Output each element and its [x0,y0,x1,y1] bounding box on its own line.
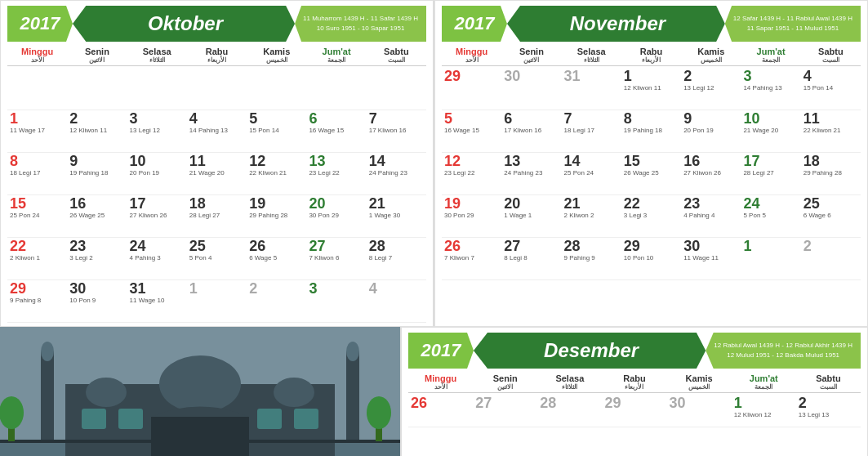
cal-cell: 16 26 Wage 25 [67,195,127,238]
cal-cell: 18 29 Pahing 28 [801,153,861,195]
cal-cell [306,68,366,110]
cal-cell: 19 29 Pahing 28 [247,195,306,238]
day-header-rabu: Rabuالأربعاء [602,372,666,392]
cal-cell: 30 10 Pon 9 [67,280,127,323]
day-header-sabtu: Sabtuالسبت [801,45,861,65]
cal-cell: 25 6 Wage 6 [801,195,861,238]
cal-cell: 29 9 Pahing 8 [7,280,67,323]
cal-cell: 2 13 Legi 12 [681,68,741,110]
mosque-photo [0,327,400,456]
day-header-kamis: Kamisالخميس [667,372,732,392]
cal-cell: 29 [602,395,666,427]
cal-cell: 11 21 Wage 20 [187,153,247,195]
cal-cell: 11 22 Kliwon 21 [801,110,861,153]
day-header-sabtu: Sabtuالسبت [796,372,861,392]
oktober-hijri: 11 Muharrom 1439 H - 11 Safar 1439 H 10 … [295,6,426,42]
cal-cell: 17 28 Legi 27 [741,153,800,195]
desember-month: Desember [474,333,706,369]
cal-cell: 15 25 Pon 24 [7,195,67,238]
cal-cell: 23 4 Pahing 4 [681,195,741,238]
cal-cell: 30 11 Wage 11 [681,238,741,280]
svg-point-19 [367,396,391,429]
november-header: 2017 November 12 Safar 1439 H - 11 Rabiu… [442,6,861,42]
svg-rect-15 [0,440,400,443]
cal-cell: 3 13 Legi 12 [127,110,187,153]
cal-cell: 28 8 Legi 7 [367,238,426,280]
desember-hijri: 12 Rabiul Awal 1439 H - 12 Rabiul Akhir … [706,333,861,369]
oktober-header: 2017 Oktober 11 Muharrom 1439 H - 11 Saf… [7,6,426,42]
cal-cell: 16 27 Kliwon 26 [681,153,741,195]
day-header-jum'at: Jum'atالجمعة [741,45,800,65]
cal-cell: 18 28 Legi 27 [187,195,247,238]
november-calendar: 2017 November 12 Safar 1439 H - 11 Rabiu… [434,0,868,327]
cal-cell: 1 12 Kliwon 11 [621,68,681,110]
desember-day-headers: MingguالأحدSeninالاثنينSelasaالثلاثاءRab… [408,372,861,393]
cal-cell: 7 17 Kliwon 16 [367,110,426,153]
cal-cell [187,68,247,110]
cal-cell: 5 16 Wage 15 [442,110,501,153]
november-day-headers: MingguالأحدSeninالاثنينSelasaالثلاثاءRab… [442,45,861,66]
desember-year: 2017 [408,333,474,369]
day-header-kamis: Kamisالخميس [681,45,741,65]
cal-cell: 27 8 Legi 8 [501,238,561,280]
svg-point-17 [0,396,24,429]
cal-cell: 1 12 Kliwon 12 [732,395,796,427]
cal-cell: 22 3 Legi 3 [621,195,681,238]
cal-cell: 1 11 Wage 17 [7,110,67,153]
svg-rect-6 [41,351,54,441]
november-grid: 29 30 31 1 12 Kliwon 11 2 13 Legi 12 [442,68,861,280]
cal-cell: 21 2 Kliwon 2 [562,195,621,238]
cal-cell: 14 24 Pahing 23 [367,153,426,195]
day-header-senin: Seninالاثنين [67,45,127,65]
day-header-kamis: Kamisالخميس [247,45,306,65]
day-header-minggu: Mingguالأحد [442,45,501,65]
cal-cell: 2 12 Kliwon 11 [67,110,127,153]
cal-cell [247,68,306,110]
cal-cell: 13 24 Pahing 23 [501,153,561,195]
cal-cell: 12 22 Kliwon 21 [247,153,306,195]
day-header-jum'at: Jum'atالجمعة [732,372,796,392]
day-header-sabtu: Sabtuالسبت [367,45,426,65]
cal-cell: 29 [442,68,501,110]
svg-point-9 [346,342,359,361]
cal-cell: 8 19 Pahing 18 [621,110,681,153]
desember-calendar: 2017 Desember 12 Rabiul Awal 1439 H - 12… [400,327,868,456]
cal-cell: 28 9 Pahing 9 [562,238,621,280]
cal-cell: 1 [741,238,800,280]
day-header-selasa: Selasaالثلاثاء [537,372,602,392]
svg-point-5 [274,378,314,407]
cal-cell: 2 [801,238,861,280]
svg-rect-11 [82,409,106,429]
day-header-jum'at: Jum'atالجمعة [306,45,366,65]
cal-cell: 23 3 Legi 2 [67,238,127,280]
oktober-year: 2017 [7,6,73,42]
cal-cell: 4 15 Pon 14 [801,68,861,110]
oktober-day-headers: MingguالأحدSeninالاثنينSelasaالثلاثاءRab… [7,45,426,66]
day-header-rabu: Rabuالأربعاء [621,45,681,65]
cal-cell: 27 [473,395,537,427]
cal-cell: 20 1 Wage 1 [501,195,561,238]
cal-cell: 15 26 Wage 25 [621,153,681,195]
desember-grid: 26 27 28 29 30 1 [408,395,861,427]
cal-cell: 9 19 Pahing 18 [67,153,127,195]
cal-cell: 22 2 Kliwon 1 [7,238,67,280]
cal-cell: 2 [247,280,306,323]
cal-cell: 14 25 Pon 24 [562,153,621,195]
cal-cell: 13 23 Legi 22 [306,153,366,195]
cal-cell: 2 13 Legi 13 [796,395,861,427]
day-header-senin: Seninالاثنين [473,372,537,392]
cal-cell: 12 23 Legi 22 [442,153,501,195]
cal-cell: 3 [306,280,366,323]
cal-cell: 10 20 Pon 19 [127,153,187,195]
svg-point-7 [41,342,54,361]
svg-rect-10 [151,417,249,456]
november-month: November [507,6,725,42]
cal-cell: 27 7 Kliwon 6 [306,238,366,280]
desember-header: 2017 Desember 12 Rabiul Awal 1439 H - 12… [408,333,861,369]
day-header-selasa: Selasaالثلاثاء [562,45,621,65]
cal-cell [127,68,187,110]
cal-cell: 24 5 Pon 5 [741,195,800,238]
day-header-minggu: Mingguالأحد [408,372,473,392]
cal-cell: 21 1 Wage 30 [367,195,426,238]
day-header-rabu: Rabuالأربعاء [187,45,247,65]
